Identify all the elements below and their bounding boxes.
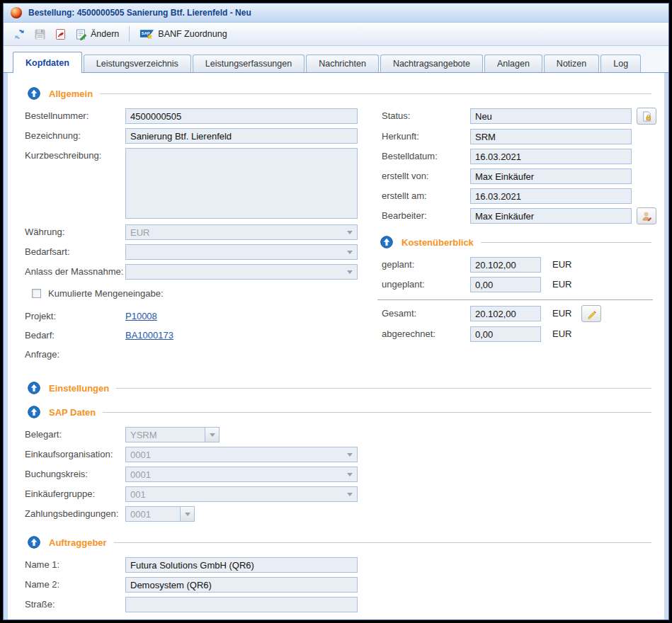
collapse-arrow-icon[interactable] — [28, 382, 40, 394]
status-history-button[interactable] — [637, 108, 656, 125]
einkaufsorganisation-row: Einkaufsorganisation: 0001 — [25, 447, 657, 462]
einkaeufergruppe-select[interactable]: 001 — [125, 486, 358, 502]
erstellt-am-label: erstellt am: — [382, 188, 470, 201]
app-icon — [11, 7, 22, 18]
chevron-down-icon — [347, 473, 353, 476]
kurzbeschreibung-field[interactable] — [125, 148, 358, 219]
bestellnummer-label: Bestellnummer: — [25, 108, 125, 121]
allgemein-left-column: Bestellnummer: Bezeichnung: Kurzbeschrei… — [15, 108, 377, 366]
abgerechnet-field[interactable] — [470, 326, 541, 342]
title-bar: Bestellung: 4500000505 Sanierung Btf. Li… — [4, 4, 668, 23]
status-field[interactable] — [470, 108, 632, 124]
refresh-button[interactable] — [9, 26, 30, 42]
bedarf-link[interactable]: BA1000173 — [125, 328, 173, 341]
belegart-select[interactable]: YSRM — [125, 427, 220, 442]
zahlungsbedingungen-label: Zahlungsbedingungen: — [25, 506, 125, 519]
chevron-down-icon[interactable] — [181, 506, 195, 522]
pdf-button[interactable] — [50, 26, 71, 42]
aendern-button[interactable]: Ändern — [71, 26, 123, 42]
zahlungsbedingungen-select[interactable]: 0001 — [125, 506, 195, 522]
kumulierte-row: Kumulierte Mengeneingabe: — [32, 288, 377, 299]
chevron-down-icon — [347, 493, 353, 496]
application-window: Bestellung: 4500000505 Sanierung Btf. Li… — [3, 3, 669, 620]
tab-notizen[interactable]: Notizen — [544, 55, 599, 72]
einkaeufergruppe-value: 001 — [125, 486, 358, 502]
banf-zuordnung-button[interactable]: SAP BANF Zuordnung — [135, 26, 231, 42]
section-rule — [103, 412, 651, 413]
erstellt-von-row: erstellt von: — [382, 168, 657, 184]
svg-text:SAP: SAP — [142, 31, 150, 35]
projekt-link[interactable]: P10008 — [125, 309, 157, 321]
abgerechnet-label: abgerechnet: — [382, 326, 470, 339]
window-title: Bestellung: 4500000505 Sanierung Btf. Li… — [28, 8, 251, 18]
save-button[interactable] — [30, 26, 50, 42]
collapse-arrow-icon[interactable] — [28, 536, 40, 549]
belegart-label: Belegart: — [25, 427, 125, 440]
tab-nachtragsangebote[interactable]: Nachtragsangebote — [380, 55, 483, 72]
chevron-down-icon — [347, 270, 353, 274]
herkunft-field[interactable] — [470, 129, 632, 144]
name2-field[interactable] — [125, 577, 358, 593]
section-rule — [481, 242, 651, 243]
kosten-separator — [377, 299, 653, 300]
name2-label: Name 2: — [25, 577, 125, 590]
abgerechnet-currency: EUR — [552, 326, 576, 339]
ungeplant-row: ungeplant: EUR — [382, 277, 657, 292]
anlass-select[interactable] — [125, 264, 358, 280]
erstellt-am-field[interactable] — [470, 188, 632, 204]
bestelldatum-field[interactable] — [470, 149, 632, 164]
pencil-icon — [586, 309, 597, 319]
tab-kopfdaten[interactable]: Kopfdaten — [13, 52, 82, 73]
kumulierte-checkbox[interactable] — [32, 289, 41, 298]
anlass-row: Anlass der Massnahme: — [25, 264, 377, 280]
edit-gesamt-button[interactable] — [581, 305, 601, 322]
waehrung-row: Währung: EUR — [25, 224, 377, 240]
chevron-down-icon[interactable] — [205, 427, 220, 442]
bearbeiter-row: Bearbeiter: — [382, 208, 657, 224]
tab-log[interactable]: Log — [600, 55, 641, 72]
erstellt-von-label: erstellt von: — [382, 168, 470, 181]
tab-leistungsverzeichnis[interactable]: Leistungsverzeichnis — [84, 55, 191, 72]
erstellt-von-field[interactable] — [470, 168, 632, 184]
waehrung-select[interactable]: EUR — [125, 224, 358, 240]
geplant-currency: EUR — [552, 257, 576, 270]
section-rule — [100, 93, 651, 94]
strasse-field[interactable] — [125, 597, 358, 612]
kurzbeschreibung-label: Kurzbeschreibung: — [25, 148, 125, 161]
collapse-arrow-icon[interactable] — [28, 87, 40, 100]
document-lock-icon — [642, 111, 652, 122]
ungeplant-field[interactable] — [470, 277, 541, 292]
bearbeiter-field[interactable] — [470, 208, 632, 224]
einkaufsorganisation-select[interactable]: 0001 — [125, 447, 358, 462]
bedarfsart-select[interactable] — [125, 244, 358, 260]
tab-nachrichten[interactable]: Nachrichten — [306, 55, 379, 72]
bedarfsart-label: Bedarfsart: — [25, 244, 125, 257]
chevron-down-icon — [347, 231, 353, 234]
abgerechnet-row: abgerechnet: EUR — [382, 326, 657, 342]
pdf-icon — [55, 28, 67, 40]
tab-leistungserfassungen[interactable]: Leistungserfassungen — [193, 55, 304, 72]
geplant-field[interactable] — [470, 257, 541, 273]
strasse-label: Straße: — [25, 597, 125, 610]
change-bearbeiter-button[interactable] — [637, 207, 656, 224]
erstellt-am-row: erstellt am: — [382, 188, 657, 204]
collapse-arrow-icon[interactable] — [28, 406, 40, 418]
toolbar: Ändern SAP BANF Zuordnung — [4, 23, 668, 46]
name1-field[interactable] — [125, 557, 358, 573]
einkaeufergruppe-label: Einkäufergruppe: — [25, 486, 125, 499]
section-rule — [116, 388, 651, 389]
gesamt-field[interactable] — [470, 306, 541, 321]
bestellnummer-row: Bestellnummer: — [25, 108, 377, 124]
bezeichnung-field[interactable] — [125, 128, 358, 144]
anlass-value — [125, 264, 358, 280]
gesamt-currency: EUR — [552, 306, 576, 319]
collapse-arrow-icon[interactable] — [380, 236, 393, 248]
tab-anlagen[interactable]: Anlagen — [484, 55, 542, 72]
bedarf-label: Bedarf: — [25, 328, 125, 341]
bestellnummer-field[interactable] — [125, 108, 358, 124]
section-einstellungen-header: Einstellungen — [28, 382, 657, 394]
zahlungsbedingungen-value: 0001 — [125, 506, 181, 522]
belegart-value: YSRM — [125, 427, 205, 442]
bezeichnung-row: Bezeichnung: — [25, 128, 377, 144]
buchungskreis-select[interactable]: 0001 — [125, 467, 358, 482]
